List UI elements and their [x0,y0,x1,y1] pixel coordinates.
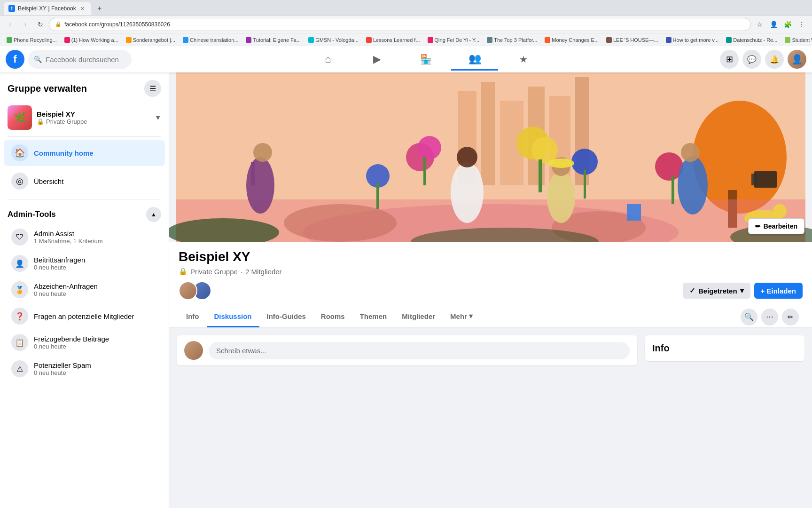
nav-home[interactable]: ⌂ [304,48,351,71]
nav-watch[interactable]: ▶ [353,48,400,71]
group-name-sidebar: Beispiel XY [37,110,150,118]
joined-button[interactable]: ✓ Beigetreten ▾ [683,283,750,299]
bookmark-gmsn[interactable]: GMSN - Vologda... [305,36,361,44]
member-count: 2 Mitglieder [245,268,282,276]
tab-search-button[interactable]: 🔍 [741,309,757,325]
bookmark-student[interactable]: Student Wants an... [782,36,812,44]
group-avatar: 🌿 [8,105,32,130]
group-type-label: Private Gruppe [190,268,238,276]
profile-icon[interactable]: 👤 [767,18,780,31]
bookmark-star-icon[interactable]: ☆ [753,18,766,31]
bookmark-top3[interactable]: The Top 3 Platfor... [484,36,540,44]
back-button[interactable]: ‹ [4,18,17,31]
fragen-item[interactable]: ❓ Fragen an potenzielle Mitglieder [4,304,165,328]
reload-button[interactable]: ↻ [34,18,47,31]
svg-point-28 [451,162,484,223]
admin-section-toggle[interactable]: ▲ [146,207,161,222]
tab-rooms[interactable]: Rooms [313,307,352,327]
bookmark-phone[interactable]: Phone Recycling... [4,36,60,44]
dropdown-arrow-icon: ▼ [155,114,161,121]
beitrittsanfragen-item[interactable]: 👤 Beitrittsanfragen 0 neu heute [4,251,165,276]
new-tab-button[interactable]: + [93,2,106,15]
address-bar[interactable]: 🔒 facebook.com/groups/1126350550836026 [49,18,751,31]
group-title: Beispiel XY [179,249,803,264]
sidebar-toggle-button[interactable]: ☰ [144,80,161,97]
admin-assist-label: Admin Assist [34,230,103,238]
group-info: Beispiel XY 🔒 Private Gruppe [37,110,150,125]
abzeichen-item[interactable]: 🏅 Abzeichen-Anfragen 0 neu heute [4,278,165,302]
member-avatars [179,281,211,300]
divider-2 [8,199,161,199]
write-post-box[interactable]: Schreib etwas... [177,335,637,365]
post-input-placeholder[interactable]: Schreib etwas... [209,342,630,359]
group-action-buttons: ✓ Beigetreten ▾ + Einladen [683,283,803,299]
close-tab-icon[interactable]: ✕ [79,5,86,12]
divider-1 [8,136,161,137]
svg-point-36 [773,204,787,218]
bookmark-money[interactable]: Money Changes E... [542,36,601,44]
svg-point-7 [693,101,787,214]
admin-assist-item[interactable]: 🛡 Admin Assist 1 Maßnahme, 1 Kriterium [4,225,165,249]
edit-cover-button[interactable]: ✏ Bearbeiten [748,218,804,234]
invite-button[interactable]: + Einladen [754,283,803,299]
community-home-icon: 🏠 [11,144,28,161]
notifications-button[interactable]: 🔔 [765,50,784,69]
freizugebende-sublabel: 0 neu heute [34,343,109,350]
sidebar-header: Gruppe verwalten ☰ [0,72,169,101]
bookmark-lee[interactable]: LEE 'S HOUSE—... [603,36,661,44]
facebook-logo[interactable]: f [6,50,24,69]
tab-diskussion[interactable]: Diskussion [207,307,259,327]
fragen-label: Fragen an potenzielle Mitglieder [34,312,134,320]
group-selector[interactable]: 🌿 Beispiel XY 🔒 Private Gruppe ▼ [0,101,169,135]
svg-point-11 [284,204,397,242]
browser-tab-active[interactable]: f Beispiel XY | Facebook ✕ [4,2,91,15]
forward-button[interactable]: › [19,18,32,31]
bookmark-lessons[interactable]: Lessons Learned f... [363,36,423,44]
extensions-icon[interactable]: 🧩 [781,18,794,31]
more-options-icon[interactable]: ⋮ [795,18,808,31]
messenger-button[interactable]: 💬 [742,50,761,69]
spam-text: Potenzieller Spam 0 neu heute [34,361,91,376]
beitrittsanfragen-icon: 👤 [11,255,28,272]
tab-options-button[interactable]: ⋯ [761,309,778,325]
bookmark-datenschutz[interactable]: Datenschutz - Re... [723,36,780,44]
bookmark-chinese[interactable]: Chinese translation... [180,36,241,44]
tab-edit-button[interactable]: ✏ [782,309,799,325]
tab-mitglieder[interactable]: Mitglieder [394,307,443,327]
search-bar[interactable]: 🔍 [28,50,132,69]
search-icon: 🔍 [34,56,42,63]
svg-point-14 [418,136,441,159]
nav-community-home[interactable]: 🏠 Community home [4,140,165,166]
svg-rect-37 [627,204,641,221]
search-input[interactable] [46,56,121,64]
bookmark-sonder[interactable]: Sonderangebot |... [123,36,178,44]
browser-tabs-bar: f Beispiel XY | Facebook ✕ + [0,0,812,15]
svg-rect-15 [423,157,426,185]
main-layout: Gruppe verwalten ☰ 🌿 Beispiel XY 🔒 Priva… [0,72,812,508]
bookmark-how-working[interactable]: (1) How Working a... [62,36,121,44]
user-avatar[interactable]: 👤 [788,50,806,69]
nav-groups[interactable]: 👥 [451,48,498,71]
spam-icon: ⚠ [11,360,28,377]
bookmark-how-get[interactable]: How to get more v... [663,36,722,44]
cover-photo: ✏ Bearbeiten [169,72,812,242]
spam-item[interactable]: ⚠ Potenzieller Spam 0 neu heute [4,357,165,381]
group-meta: 🔒 Private Gruppe · 2 Mitglieder [179,267,803,276]
bookmark-tutorial[interactable]: Tutorial: Eigene Fa... [243,36,304,44]
apps-button[interactable]: ⊞ [720,50,739,69]
freizugebende-item[interactable]: 📋 Freizugebende Beiträge 0 neu heute [4,330,165,355]
admin-assist-icon: 🛡 [11,229,28,246]
nav-marketplace[interactable]: 🏪 [402,48,449,71]
tab-info-guides[interactable]: Info-Guides [259,307,313,327]
edit-pencil-icon: ✏ [755,222,761,230]
browser-toolbar: ‹ › ↻ 🔒 facebook.com/groups/112635055083… [0,15,812,33]
nav-ubersicht[interactable]: ◎ Übersicht [4,168,165,194]
tab-mehr[interactable]: Mehr ▾ [443,306,480,327]
svg-rect-20 [671,176,674,204]
community-home-label: Community home [34,149,94,157]
nav-gaming[interactable]: ★ [500,48,547,71]
lock-icon: 🔒 [55,21,62,27]
tab-info[interactable]: Info [179,307,207,327]
tab-themen[interactable]: Themen [352,307,395,327]
bookmark-qing[interactable]: Qing Fei De Yi - Y... [425,36,483,44]
